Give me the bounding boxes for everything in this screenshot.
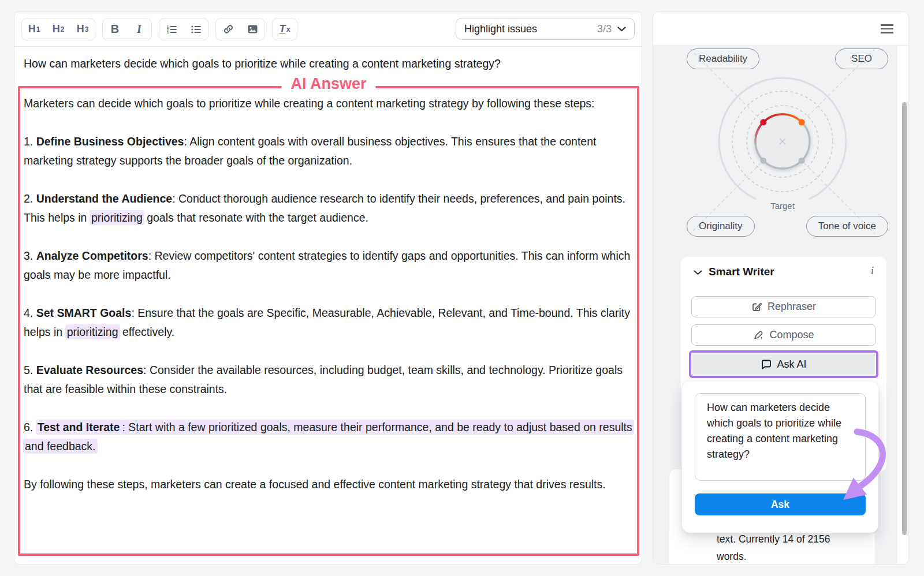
ordered-list-icon: 123 [166,24,177,35]
h2-button[interactable]: H2 [46,18,70,40]
h2-label: H [53,23,60,35]
bullet-list-icon [191,24,202,35]
text-segment: Analyze Competitors [36,249,148,262]
h3-button[interactable]: H3 [70,18,95,40]
compose-pen-icon [753,330,764,341]
ask-ai-question-input[interactable]: How can marketers decide which goals to … [695,393,866,481]
answer-paragraph: 1. Define Business Objectives: Align con… [24,132,632,170]
answer-paragraph: By following these steps, marketers can … [24,475,632,494]
ai-answer-label: AI Answer [281,75,375,93]
toolbar-divider [14,46,642,47]
text-segment: 2. [24,192,36,205]
clear-formatting-sub: x [286,25,290,33]
seo-badge[interactable]: SEO [835,48,888,69]
answer-paragraph: 3. Analyze Competitors: Review competito… [24,246,632,285]
list-button-group: 123 [159,18,208,40]
text-segment: 6. [24,421,36,433]
format-button-group: B I [102,18,152,40]
ask-button[interactable]: Ask [695,493,866,515]
highlight-issues-label: Highlight issues [464,23,597,35]
image-button[interactable] [240,18,264,40]
text-segment: effectively. [120,326,175,338]
text-segment: prioritizing [90,210,144,225]
text-segment: 5. [24,364,36,376]
assistant-sidebar: Target Readability SEO Originality Tone … [653,12,909,564]
gauge-dot-originality [760,158,766,164]
smart-writer-title: Smart Writer [709,265,774,278]
sidebar-scrollbar[interactable] [902,102,907,535]
ask-ai-button-highlight: Ask AI [689,350,878,378]
menu-icon[interactable] [881,24,893,33]
gauge-target-label: Target [770,201,795,211]
originality-badge[interactable]: Originality [687,216,755,237]
rephraser-label: Rephraser [767,301,816,313]
link-button[interactable] [216,18,240,40]
text-segment: Evaluate Resources [36,364,143,376]
ordered-list-button[interactable]: 123 [159,18,184,40]
compose-label: Compose [769,329,814,341]
collapse-chevron-icon[interactable] [694,270,702,275]
chevron-down-icon [617,27,626,32]
bold-label: B [111,23,119,36]
text-segment: Set SMART Goals [36,306,132,319]
text-segment: Define Business Objectives [36,135,184,148]
rephraser-pencil-icon [751,301,762,312]
sidebar-header [653,12,908,46]
text-segment: By following these steps, marketers can … [24,478,606,491]
text-segment: Test and Iterate [36,420,122,435]
gauge-dot-tone [799,158,805,164]
rephraser-button[interactable]: Rephraser [691,296,876,317]
image-icon [247,24,258,35]
h3-label: H [77,23,84,35]
italic-label: I [137,23,141,36]
answer-paragraph: 6. Test and Iterate: Start with a few pr… [24,418,632,456]
ai-answer-paragraphs[interactable]: Marketers can decide which goals to prio… [24,94,632,513]
answer-paragraph: 5. Evaluate Resources: Consider the avai… [24,361,632,399]
highlight-issues-count: 3/3 [597,23,612,35]
editor-panel: H1 H2 H3 B I 123 [14,12,642,564]
compose-button[interactable]: Compose [691,324,876,346]
answer-paragraph: 4. Set SMART Goals: Ensure that the goal… [24,304,632,342]
text-segment: goals that resonate with the target audi… [144,211,368,224]
link-icon [223,24,234,35]
italic-button[interactable]: I [127,18,151,40]
text-segment: 1. [24,135,36,148]
text-segment: Marketers can decide which goals to prio… [24,97,595,110]
document-question-text[interactable]: How can marketers decide which goals to … [24,57,634,70]
ask-ai-popup: How can marketers decide which goals to … [682,381,878,533]
insert-button-group [215,18,265,40]
h1-label: H [28,23,36,35]
text-segment: 3. [24,249,36,262]
gauge-dot-readability [760,119,766,125]
gauge-dot-seo [799,119,805,125]
clear-format-group: Tx [272,18,297,40]
text-segment: prioritizing [65,324,120,339]
h3-sub: 3 [85,25,89,33]
word-count-note: text. Currently 14 of 2156 words. [717,530,855,564]
svg-text:3: 3 [167,31,169,34]
h1-button[interactable]: H1 [22,18,46,40]
h1-sub: 1 [36,25,40,33]
info-icon[interactable]: i [871,265,874,277]
text-segment: 4. [24,306,36,319]
answer-paragraph: 2. Understand the Audience: Conduct thor… [24,189,632,227]
tone-of-voice-badge[interactable]: Tone of voice [806,216,888,237]
text-segment: Understand the Audience [36,192,172,205]
ask-ai-button[interactable]: Ask AI [692,354,875,375]
clear-formatting-label: T [279,23,285,35]
heading-button-group: H1 H2 H3 [21,18,95,40]
ask-ai-label: Ask AI [777,358,806,371]
chat-bubble-icon [761,359,772,370]
sidebar-content: Target Readability SEO Originality Tone … [653,46,897,564]
answer-paragraph: Marketers can decide which goals to prio… [24,94,632,113]
readability-badge[interactable]: Readability [687,48,759,69]
highlight-issues-dropdown[interactable]: Highlight issues 3/3 [456,18,635,40]
clear-formatting-button[interactable]: Tx [273,18,297,40]
bold-button[interactable]: B [103,18,127,40]
h2-sub: 2 [61,25,65,33]
editor-toolbar: H1 H2 H3 B I 123 [21,18,297,40]
score-gauge: Target [653,46,897,242]
bullet-list-button[interactable] [184,18,208,40]
